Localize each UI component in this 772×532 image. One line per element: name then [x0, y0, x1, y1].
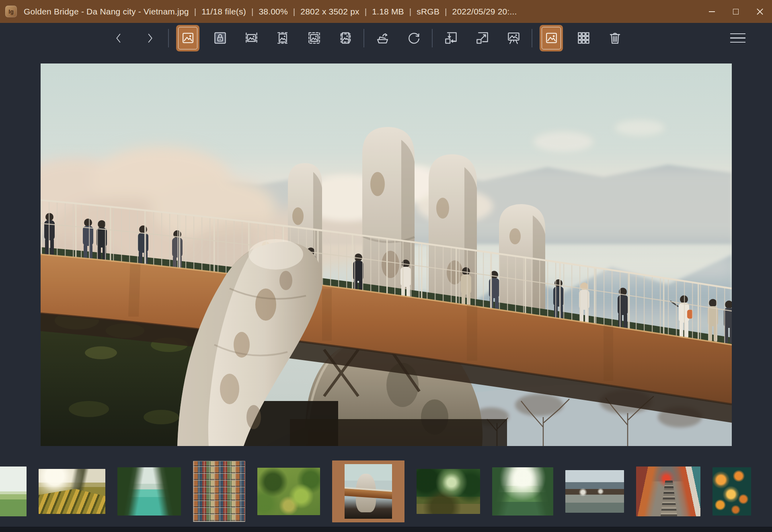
- toolbar: [0, 23, 772, 53]
- refresh-button[interactable]: [403, 27, 425, 49]
- close-button[interactable]: [748, 0, 772, 23]
- maximize-icon: [733, 9, 739, 14]
- thumbnail-golden-bridge-selected[interactable]: [332, 460, 404, 522]
- chevron-left-icon: [112, 32, 125, 45]
- picture-dashed-crop-icon: [338, 31, 353, 45]
- main-image[interactable]: [41, 63, 732, 446]
- title-filename: Golden Bridge - Da Nang city - Vietnam.j…: [24, 7, 189, 16]
- padlock-icon: [213, 31, 228, 45]
- previous-image-button[interactable]: [108, 27, 129, 49]
- title-separator: |: [365, 7, 367, 16]
- chevron-right-icon: [144, 32, 156, 45]
- title-separator: |: [445, 7, 447, 16]
- title-zoom-level: 38.00%: [259, 7, 287, 16]
- picture-icon: [181, 31, 195, 45]
- window-controls: [700, 0, 772, 23]
- delete-image-button[interactable]: [604, 27, 626, 49]
- hamburger-icon: [730, 33, 745, 34]
- title-separator: |: [194, 7, 196, 16]
- title-separator: |: [251, 7, 253, 16]
- thumbnail-village-reflection[interactable]: [565, 470, 624, 513]
- close-icon: [756, 8, 764, 15]
- window-title: Golden Bridge - Da Nang city - Vietnam.j…: [24, 7, 517, 16]
- next-image-button[interactable]: [139, 27, 161, 49]
- scale-to-height-button[interactable]: [272, 27, 294, 49]
- open-file-button[interactable]: [372, 27, 393, 49]
- picture-dashed-sides-icon: [244, 31, 259, 45]
- grid-3x3-icon: [576, 31, 591, 45]
- window-fit-button[interactable]: [440, 27, 462, 49]
- main-menu-button[interactable]: [730, 33, 749, 43]
- thumbnail-bar: [0, 456, 772, 527]
- box-arrow-out-icon: [475, 31, 490, 45]
- toolbar-separator: [363, 29, 364, 47]
- maximize-button[interactable]: [724, 0, 748, 23]
- thumbnail-karst-lake[interactable]: [492, 467, 553, 516]
- scale-to-width-button[interactable]: [240, 27, 262, 49]
- thumbnail-aerial-farmland[interactable]: [257, 468, 320, 515]
- toolbar-separator: [432, 29, 433, 47]
- picture-dashed-frame-icon: [307, 31, 322, 45]
- toolbar-separator: [532, 29, 532, 47]
- circular-arrows-icon: [407, 31, 421, 45]
- thumbnail-emerald-lagoon[interactable]: [117, 467, 181, 516]
- auto-zoom-button[interactable]: [176, 25, 199, 51]
- golden-bridge-photo: [41, 63, 732, 446]
- titlebar[interactable]: Ig Golden Bridge - Da Nang city - Vietna…: [0, 0, 772, 23]
- title-separator: |: [409, 7, 411, 16]
- thumbnail-photo-collage[interactable]: [193, 461, 245, 522]
- box-arrow-in-icon: [443, 31, 458, 45]
- picture-icon: [544, 31, 559, 45]
- minimize-icon: [709, 11, 715, 12]
- thumbnail-golden-bridge-image: [345, 464, 392, 519]
- grid-view-button[interactable]: [573, 27, 594, 49]
- viewer-canvas: [0, 53, 772, 456]
- toolbar-separator: [168, 29, 169, 47]
- slideshow-button[interactable]: [503, 27, 524, 49]
- scale-to-fill-button[interactable]: [335, 27, 356, 49]
- title-date: 2022/05/29 20:...: [452, 7, 517, 16]
- minimize-button[interactable]: [700, 0, 724, 23]
- tray-arrow-icon: [375, 31, 390, 45]
- lock-zoom-button[interactable]: [209, 27, 231, 49]
- title-color-profile: sRGB: [417, 7, 439, 16]
- title-dimensions: 2802 x 3502 px: [300, 7, 359, 16]
- window-bottom-edge: [0, 527, 772, 532]
- thumbnail-gallery-button[interactable]: [540, 25, 563, 51]
- full-screen-button[interactable]: [471, 27, 493, 49]
- title-file-count: 11/18 file(s): [201, 7, 246, 16]
- picture-easel-icon: [506, 31, 521, 45]
- title-file-size: 1.18 MB: [372, 7, 404, 16]
- thumbnail-train-street[interactable]: [636, 467, 700, 516]
- app-icon: Ig: [5, 6, 17, 17]
- trash-icon: [608, 31, 622, 45]
- thumbnail-jungle-river[interactable]: [417, 469, 480, 514]
- thumbnail-rice-field[interactable]: [0, 467, 27, 516]
- thumbnail-lanterns[interactable]: [712, 467, 751, 516]
- scale-to-fit-button[interactable]: [303, 27, 325, 49]
- thumbnail-rice-terraces[interactable]: [39, 469, 105, 514]
- title-separator: |: [293, 7, 295, 16]
- picture-dashed-topbottom-icon: [275, 31, 290, 45]
